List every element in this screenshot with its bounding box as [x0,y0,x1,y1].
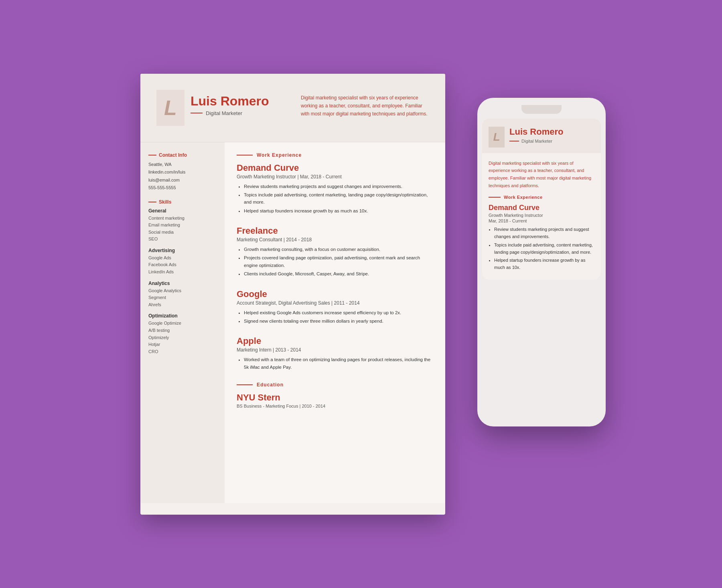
skills-analytics: Analytics Google Analytics Segment Ahref… [148,281,217,309]
phone-name: Luis Romero [509,127,563,137]
phone-work-section-header: Work Experience [489,195,594,200]
resume-header: L Luis Romero Digital Marketer Digital m… [140,74,445,142]
skills-section-title: Skills [148,199,217,205]
work-demand-curve: Demand Curve Growth Marketing Instructor… [237,163,433,215]
contact-title-line [148,155,156,156]
name-divider: Digital Marketer [191,110,285,116]
bullet-item: Signed new clients totaling over three m… [244,317,433,325]
phone-monogram: L [489,127,505,148]
education-entry: NYU Stern BS Business - Marketing Focus … [237,392,433,408]
work-freelance: Freelance Marketing Consultant | 2014 - … [237,226,433,278]
name-divider-line [191,113,203,113]
phone-bullet-item: Topics include paid advertising, content… [494,241,594,256]
bullets-google: Helped existing Google Ads customers inc… [237,309,433,325]
edu-section-header: Education [237,382,433,388]
role-freelance: Marketing Consultant | 2014 - 2018 [237,237,433,242]
resume-title: Digital Marketer [206,110,242,116]
edu-section-label: Education [257,382,284,388]
bullet-item: Helped existing Google Ads customers inc… [244,309,433,316]
phone-name-divider: Digital Marketer [509,139,563,143]
bullet-item: Projects covered landing page optimizati… [244,254,433,269]
phone-bio: Digital marketing specialist with six ye… [489,160,594,190]
resume-sidebar: Contact Info Seattle, WA linkedin.com/in… [140,142,225,503]
contact-phone: 555-555-5555 [148,184,217,191]
bullet-item: Growth marketing consulting, with a focu… [244,246,433,253]
contact-section-title: Contact Info [148,152,217,158]
phone-company: Demand Curve [489,204,594,212]
google-analytics-item: Google Analytics [148,287,217,295]
phone-notch [521,105,562,114]
phone-name-block: Luis Romero Digital Marketer [509,127,563,145]
bullets-freelance: Growth marketing consulting, with a focu… [237,246,433,278]
work-section-label: Work Experience [257,152,302,158]
skills-section: Skills General Content marketing Email m… [148,199,217,356]
contact-section: Contact Info Seattle, WA linkedin.com/in… [148,152,217,191]
skills-optimization: Optimization Google Optimize A/B testing… [148,313,217,355]
skills-title-line [148,202,156,202]
role-demand-curve: Growth Marketing Instructor | Mar, 2018 … [237,174,433,180]
phone-date: Mar, 2018 - Current [489,218,594,223]
work-section-header: Work Experience [237,152,433,158]
contact-city: Seattle, WA [148,161,217,168]
resume-body: Contact Info Seattle, WA linkedin.com/in… [140,142,445,503]
resume-main: Work Experience Demand Curve Growth Mark… [225,142,445,503]
role-apple: Marketing Intern | 2013 - 2014 [237,347,433,353]
phone-work-section-label: Work Experience [504,195,543,200]
company-apple: Apple [237,336,433,346]
role-google: Account Strategist, Digital Advertising … [237,300,433,306]
company-demand-curve: Demand Curve [237,163,433,173]
work-section-line [237,155,253,156]
facebook-ads-item: Facebook Ads [148,261,217,269]
phone-bullet-item: Review students marketing projects and s… [494,226,594,240]
resume-desktop: L Luis Romero Digital Marketer Digital m… [140,74,445,515]
bullets-demand-curve: Review students marketing projects and s… [237,183,433,215]
edu-school: NYU Stern [237,392,433,403]
bullet-item: Worked with a team of three on optimizin… [244,356,433,371]
phone-header: L Luis Romero Digital Marketer [482,119,601,153]
contact-linkedin: linkedin.com/in/luis [148,169,217,176]
skills-advertising: Advertising Google Ads Facebook Ads Link… [148,248,217,276]
phone-divider-line [509,141,519,141]
company-google: Google [237,289,433,299]
edu-degree: BS Business - Marketing Focus | 2010 - 2… [237,404,433,408]
contact-email: luis@email.com [148,177,217,184]
edu-section-line [237,384,253,385]
work-apple: Apple Marketing Intern | 2013 - 2014 Wor… [237,336,433,371]
phone-work-section-line [489,197,501,198]
bullet-item: Clients included Google, Microsoft, Casp… [244,270,433,277]
bullet-item: Review students marketing projects and s… [244,183,433,190]
phone-title: Digital Marketer [521,139,552,143]
resume-bio: Digital marketing specialist with six ye… [301,94,429,118]
scene: L Luis Romero Digital Marketer Digital m… [140,74,582,515]
phone-role: Growth Marketing Instructor [489,213,594,218]
bullets-apple: Worked with a team of three on optimizin… [237,356,433,371]
bullet-item: Topics include paid advertising, content… [244,191,433,206]
work-google: Google Account Strategist, Digital Adver… [237,289,433,325]
header-left: L Luis Romero Digital Marketer [156,90,285,130]
company-freelance: Freelance [237,226,433,236]
phone-bullets: Review students marketing projects and s… [489,226,594,271]
skills-general: General Content marketing Email marketin… [148,208,217,243]
phone-wrapper: L Luis Romero Digital Marketer Digital m… [477,98,606,426]
header-right: Digital marketing specialist with six ye… [301,90,429,118]
phone-bullet-item: Helped startup founders increase growth … [494,257,594,271]
header-monogram: L [156,90,185,126]
phone-outer: L Luis Romero Digital Marketer Digital m… [477,98,606,426]
bullet-item: Helped startup founders increase growth … [244,207,433,214]
phone-content: L Luis Romero Digital Marketer Digital m… [482,119,601,280]
